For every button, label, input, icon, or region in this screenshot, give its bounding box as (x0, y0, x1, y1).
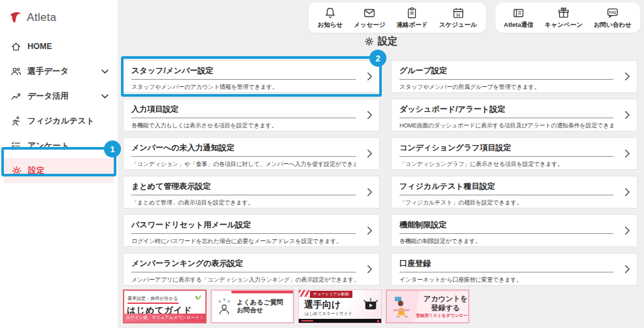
app-logo-text: Atleta (27, 11, 56, 24)
banner-faq-text: よくあるご質問 お問合せ (237, 299, 283, 315)
card-description: ログイン時にパスワードを忘れた場合に必要なメールアドレスを設定できます。 (131, 237, 356, 246)
banner-faq-contact[interactable]: ? ? ? よくあるご質問 お問合せ (211, 289, 294, 323)
card-bank-account-registration[interactable]: 口座登録 インターネットから口座振替に変更できます。 (391, 253, 637, 286)
card-description: 「コンディション」や「食事」の各項目に対して、メンバーへ入力を促す設定ができます… (131, 160, 356, 169)
video-icon (363, 298, 379, 312)
card-title: グループ設定 (399, 65, 613, 76)
card-function-restriction[interactable]: 機能制限設定 各機能の制限設定ができます。 (391, 214, 637, 247)
sidebar-item-player-data[interactable]: 選手データ (0, 59, 118, 84)
banner-tutorial-sub: はじめてスタートガイド (305, 311, 352, 317)
banner-tutorial-stripes (299, 290, 309, 297)
bell-icon (324, 7, 337, 20)
physical-test-icon (10, 116, 22, 127)
chevron-right-icon (625, 111, 630, 120)
card-description: 「まとめて管理」の表示項目を設定できます。 (131, 199, 356, 207)
icon-label: キャンペーン (545, 21, 583, 29)
card-member-unentered-notification[interactable]: メンバーへの未入力通知設定 「コンディション」や「食事」の各項目に対して、メンバ… (123, 137, 380, 170)
card-divider (399, 79, 613, 80)
person-question-icon: ? ? ? (214, 297, 234, 316)
video-progress-marker (377, 320, 379, 322)
banner-first-guide[interactable]: 基本設定・操作が分かる はじめてガイド ログイン後、マニュアルダウンロード！ (123, 289, 207, 323)
card-physical-test-events[interactable]: フィジカルテスト種目設定 「フィジカルテスト」の種目を設定できます。 (391, 176, 637, 208)
card-divider (131, 79, 356, 80)
notification-icon-group: お知らせ メッセージ 連絡ボード (309, 3, 485, 33)
chevron-right-icon (367, 227, 372, 235)
faq-button[interactable]: FAQ お問い合わせ (594, 7, 632, 29)
page-title: 設定 (118, 35, 644, 48)
banner-player-tutorial[interactable]: チュートリアル動画 選手向け はじめてスタートガイド (298, 289, 382, 323)
sidebar-item-settings[interactable]: 設定 (4, 158, 114, 183)
video-progress-bar[interactable] (299, 319, 381, 323)
card-bulk-management-display[interactable]: まとめて管理表示設定 「まとめて管理」の表示項目を設定できます。 (123, 176, 380, 208)
card-title: パスワードリセット用メール設定 (131, 220, 356, 231)
page-title-text: 設定 (378, 35, 398, 48)
chevron-right-icon (367, 150, 372, 158)
card-member-ranking-display[interactable]: メンバーランキングの表示設定 メンバーアプリに表示する「コンディション入力ランキ… (123, 253, 380, 286)
sidebar-item-label: 設定 (28, 165, 44, 176)
card-title: フィジカルテスト種目設定 (399, 181, 613, 192)
card-divider (399, 272, 613, 272)
info-icon-group: Atleta通信 キャンペーン FAQ お問い合わせ (496, 3, 640, 33)
chevron-right-icon (625, 265, 630, 274)
card-divider (131, 195, 356, 195)
chevron-down-icon (101, 94, 109, 99)
sidebar-item-survey[interactable]: アンケート (0, 133, 118, 158)
svg-text:31: 31 (456, 13, 460, 17)
sidebar: Atleta HOME 選手データ (0, 0, 118, 328)
banner-guide-topline: 基本設定・操作が分かる (127, 295, 178, 304)
icon-label: お知らせ (317, 21, 343, 29)
messages-button[interactable]: メッセージ (354, 7, 385, 29)
card-title: ダッシュボード/アラート設定 (399, 104, 613, 115)
svg-text:FAQ: FAQ (609, 10, 616, 14)
icon-label: Atleta通信 (504, 21, 534, 29)
icon-label: お問い合わせ (594, 21, 632, 29)
card-group-settings[interactable]: グループ設定 スタッフやメンバーの所属グループを管理できます。 (391, 60, 637, 93)
contact-board-button[interactable]: 連絡ボード (397, 7, 428, 29)
sidebar-item-label: HOME (27, 42, 52, 51)
card-condition-graph-items[interactable]: コンディショングラフ項目設定 「コンディショングラフ」に表示させる項目を設定でき… (391, 137, 637, 170)
atleta-news-button[interactable]: Atleta通信 (504, 7, 534, 29)
chevron-right-icon (367, 265, 372, 274)
card-description: メンバーアプリに表示する「コンディション入力ランキング」の表示設定ができます。 (131, 276, 356, 284)
banner-faq-accent (231, 291, 293, 293)
chevron-right-icon (625, 227, 630, 235)
gift-icon (557, 7, 570, 20)
sidebar-item-label: フィジカルテスト (27, 116, 94, 127)
banner-account-registration[interactable]: アカウントを 登録する 登録用リストをダウンロード▶ (386, 289, 469, 323)
card-title: スタッフ/メンバー設定 (131, 65, 356, 76)
svg-text:?: ? (223, 298, 226, 302)
notifications-button[interactable]: お知らせ (317, 7, 343, 29)
app-logo[interactable]: Atleta (0, 0, 118, 27)
card-description: 各機能の制限設定ができます。 (399, 237, 613, 246)
sidebar-item-data-use[interactable]: データ活用 (0, 84, 118, 108)
banner-guide-bottomline: ログイン後、マニュアルダウンロード！ (124, 314, 205, 322)
card-description: 「コンディショングラフ」に表示させる項目を設定できます。 (399, 160, 613, 169)
banner-account-line1: アカウントを (416, 294, 469, 303)
card-title: メンバーランキングの表示設定 (131, 258, 356, 269)
faq-icon: FAQ (606, 7, 619, 20)
card-title: 入力項目設定 (131, 104, 356, 115)
sidebar-item-label: 選手データ (27, 66, 69, 77)
schedule-icon: 31 (452, 7, 465, 20)
chevron-right-icon (625, 73, 630, 81)
card-staff-member-settings[interactable]: スタッフ/メンバー設定 スタッフやメンバーのアカウント情報を管理できます。 (123, 60, 380, 93)
schedule-button[interactable]: 31 スケジュール (439, 7, 477, 29)
campaign-button[interactable]: キャンペーン (545, 7, 583, 29)
news-icon (512, 7, 525, 20)
sidebar-item-physical-test[interactable]: フィジカルテスト (0, 108, 118, 133)
card-description: 「フィジカルテスト」の種目を設定できます。 (399, 199, 613, 207)
card-title: まとめて管理表示設定 (131, 181, 356, 192)
card-dashboard-alert-settings[interactable]: ダッシュボード/アラート設定 HOME画面のダッシュボードに表示する項目及びアラ… (391, 99, 637, 131)
chevron-right-icon (367, 111, 372, 120)
card-divider (131, 272, 356, 272)
settings-column-right: グループ設定 スタッフやメンバーの所属グループを管理できます。 ダッシュボード/… (391, 60, 637, 286)
chevron-right-icon (625, 188, 630, 197)
card-input-item-settings[interactable]: 入力項目設定 各機能で入力もしくは表示させる項目を設定できます。 (123, 99, 380, 131)
banner-account-text: アカウントを 登録する 登録用リストをダウンロード▶ (416, 294, 469, 320)
card-divider (399, 118, 613, 118)
banner-tutorial-title: 選手向け (304, 299, 341, 311)
card-divider (399, 233, 613, 234)
card-password-reset-mail[interactable]: パスワードリセット用メール設定 ログイン時にパスワードを忘れた場合に必要なメール… (123, 214, 380, 247)
card-description: インターネットから口座振替に変更できます。 (399, 276, 613, 284)
sidebar-item-home[interactable]: HOME (0, 34, 118, 59)
